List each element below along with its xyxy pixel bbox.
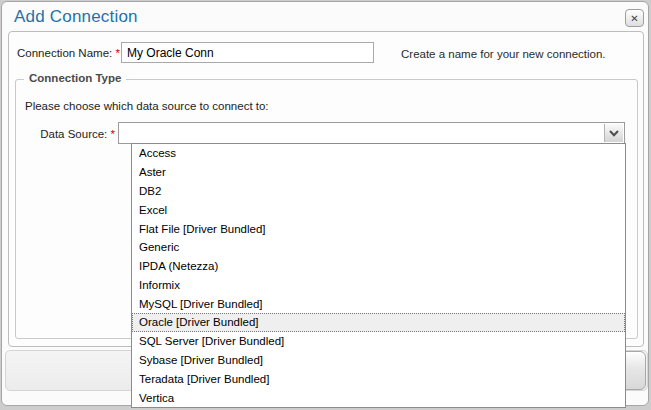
data-source-label: Data Source: *: [26, 128, 115, 140]
connection-name-label: Connection Name: *: [17, 47, 118, 59]
dropdown-option[interactable]: Oracle [Driver Bundled]: [132, 313, 625, 332]
add-connection-dialog: Add Connection ✕ Connection Name: * Crea…: [1, 1, 649, 406]
dropdown-option[interactable]: Informix: [132, 275, 625, 294]
dropdown-option[interactable]: Vertica: [132, 388, 625, 407]
dropdown-option[interactable]: Excel: [132, 200, 625, 219]
dropdown-option[interactable]: DB2: [132, 182, 625, 201]
required-asterisk: *: [115, 47, 119, 59]
dropdown-option[interactable]: Generic: [132, 238, 625, 257]
dropdown-option[interactable]: Teradata [Driver Bundled]: [132, 369, 625, 388]
connection-name-helper-text: Create a name for your new connection.: [401, 48, 606, 60]
combo-dropdown-button[interactable]: [604, 124, 623, 142]
close-button[interactable]: ✕: [625, 9, 644, 27]
data-source-prompt: Please choose which data source to conne…: [25, 100, 269, 112]
data-source-combobox[interactable]: [118, 122, 625, 144]
dialog-title: Add Connection: [14, 7, 138, 27]
dropdown-option[interactable]: MySQL [Driver Bundled]: [132, 294, 625, 313]
dropdown-option[interactable]: Aster: [132, 163, 625, 182]
dropdown-option[interactable]: Flat File [Driver Bundled]: [132, 219, 625, 238]
connection-name-input[interactable]: [121, 42, 374, 63]
dropdown-option[interactable]: SQL Server [Driver Bundled]: [132, 332, 625, 351]
required-asterisk: *: [111, 128, 115, 140]
dropdown-option[interactable]: Access: [132, 144, 625, 163]
chevron-down-icon: [609, 130, 619, 137]
connection-type-legend: Connection Type: [24, 72, 126, 84]
dropdown-option[interactable]: Sybase [Driver Bundled]: [132, 351, 625, 370]
close-icon: ✕: [630, 13, 638, 24]
dropdown-option[interactable]: IPDA (Netezza): [132, 257, 625, 276]
data-source-dropdown-list: AccessAsterDB2ExcelFlat File [Driver Bun…: [131, 143, 626, 408]
